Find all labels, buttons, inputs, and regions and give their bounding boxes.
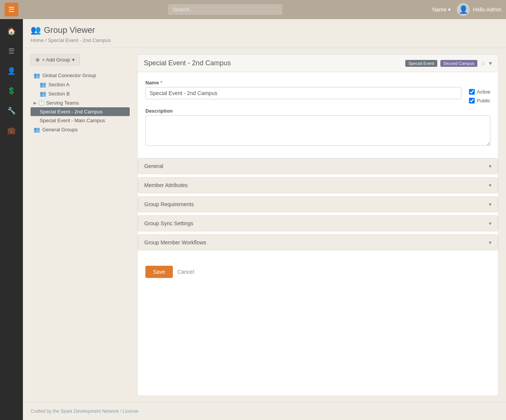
group-icon: 👥 <box>34 72 40 78</box>
group-viewer-icon: 👥 <box>31 25 41 35</box>
sidebar-nav: ⊕ + Add Group ▾ 👥 Global Connector Group… <box>31 54 130 396</box>
wrench-icon[interactable]: 🔧 <box>3 102 20 119</box>
group-member-workflows-section: Group Member Workflows ▾ <box>138 234 498 250</box>
general-section: General ▾ <box>138 158 498 174</box>
hamburger-button[interactable]: ☰ <box>5 3 18 16</box>
group-member-workflows-header[interactable]: Group Member Workflows ▾ <box>138 235 498 250</box>
name-form-row: Name * Active Pub <box>145 80 490 103</box>
plus-icon: ⊕ <box>35 57 40 63</box>
spark-link[interactable]: the Spark Development Network <box>53 409 119 414</box>
side-icon-bar: 🏠 ☰ 👤 💲 🔧 💼 <box>0 19 23 420</box>
group-requirements-section: Group Requirements ▾ <box>138 196 498 212</box>
sections-wrapper: General ▾ Member Attributes ▾ Group Requ… <box>138 152 498 260</box>
second-campus-badge: Second Campus <box>440 60 477 67</box>
add-group-button[interactable]: ⊕ + Add Group ▾ <box>31 54 80 65</box>
general-chevron-icon: ▾ <box>489 163 491 169</box>
description-field-group: Description <box>145 108 490 146</box>
cancel-button[interactable]: Cancel <box>177 269 194 275</box>
active-checkbox[interactable] <box>469 89 475 95</box>
group-sync-settings-title: Group Sync Settings <box>144 220 193 226</box>
top-nav: ☰ Name ▾ 👤 Hello Admin <box>0 0 506 19</box>
description-label: Description <box>145 108 490 114</box>
dropdown-arrow-icon: ▾ <box>448 6 451 13</box>
breadcrumb-home[interactable]: Home <box>31 37 44 43</box>
public-checkbox-label[interactable]: Public <box>469 98 490 103</box>
panel-header-right: Special Event Second Campus ☆ ▾ <box>405 60 492 67</box>
footer: Crafted by the Spark Development Network… <box>23 402 506 420</box>
group-member-workflows-chevron-icon: ▾ <box>489 239 491 246</box>
nav-tree: 👥 Global Connector Group 👥 Section A 👥 S… <box>31 71 130 134</box>
nav-item-special-event-main[interactable]: Special Event - Main Campus <box>31 116 130 125</box>
panel-title: Special Event - 2nd Campus <box>144 59 231 67</box>
description-textarea[interactable] <box>145 115 490 146</box>
member-attributes-title: Member Attributes <box>144 182 188 188</box>
breadcrumb: Home / Special Event - 2nd Campus <box>31 37 498 43</box>
member-attributes-header[interactable]: Member Attributes ▾ <box>138 178 498 193</box>
search-input[interactable] <box>168 4 282 15</box>
nav-item-special-event-2nd[interactable]: Special Event - 2nd Campus <box>31 107 130 116</box>
special-event-badge: Special Event <box>405 60 437 67</box>
nav-item-section-b[interactable]: 👥 Section B <box>31 89 130 98</box>
content-area: 👥 Group Viewer Home / Special Event - 2n… <box>23 19 506 420</box>
general-section-title: General <box>144 163 163 169</box>
avatar: 👤 <box>457 3 470 16</box>
home-icon[interactable]: 🏠 <box>3 23 20 40</box>
briefcase-icon[interactable]: 💼 <box>3 122 20 139</box>
group-icon: 👥 <box>40 90 46 97</box>
name-label: Name * <box>145 80 461 86</box>
name-dropdown[interactable]: Name ▾ <box>432 6 451 13</box>
group-requirements-chevron-icon: ▾ <box>489 201 491 207</box>
panel-collapse-button[interactable]: ▾ <box>489 60 492 67</box>
group-icon: 👥 <box>34 126 40 132</box>
clock-icon: 🕐 <box>38 100 45 106</box>
action-row: Save Cancel <box>138 260 498 284</box>
breadcrumb-current: Special Event - 2nd Campus <box>48 37 111 43</box>
admin-label: Hello Admin <box>473 6 501 13</box>
group-icon: 👥 <box>40 81 46 87</box>
group-sync-settings-header[interactable]: Group Sync Settings ▾ <box>138 216 498 231</box>
name-input[interactable] <box>145 87 461 99</box>
favorite-button[interactable]: ☆ <box>480 60 486 67</box>
dollar-icon[interactable]: 💲 <box>3 82 20 99</box>
expand-arrow-icon: ▶ <box>34 101 37 105</box>
nav-item-global-connector[interactable]: 👥 Global Connector Group <box>31 71 130 80</box>
page-header: 👥 Group Viewer Home / Special Event - 2n… <box>23 19 506 48</box>
active-checkbox-label[interactable]: Active <box>469 89 490 95</box>
person-icon[interactable]: 👤 <box>3 63 20 79</box>
member-attributes-section: Member Attributes ▾ <box>138 177 498 193</box>
checkbox-group: Active Public <box>469 80 490 103</box>
nav-item-serving-teams[interactable]: ▶ 🕐 Serving Teams <box>31 98 130 107</box>
nav-item-section-a[interactable]: 👥 Section A <box>31 80 130 89</box>
panel-body: Name * Active Pub <box>138 72 498 146</box>
name-field-group: Name * <box>145 80 461 99</box>
save-button[interactable]: Save <box>145 266 173 278</box>
public-checkbox[interactable] <box>469 98 475 103</box>
group-sync-settings-section: Group Sync Settings ▾ <box>138 215 498 231</box>
admin-menu[interactable]: 👤 Hello Admin <box>457 3 501 16</box>
license-link[interactable]: License <box>122 409 138 414</box>
group-member-workflows-title: Group Member Workflows <box>144 239 206 246</box>
add-group-dropdown-icon: ▾ <box>72 57 75 63</box>
panel-header: Special Event - 2nd Campus Special Event… <box>138 55 498 72</box>
main-panel: Special Event - 2nd Campus Special Event… <box>137 54 498 396</box>
page-title: 👥 Group Viewer <box>31 25 95 35</box>
group-requirements-header[interactable]: Group Requirements ▾ <box>138 197 498 212</box>
group-requirements-title: Group Requirements <box>144 201 194 207</box>
member-attributes-chevron-icon: ▾ <box>489 182 491 188</box>
nav-item-general-groups[interactable]: 👥 General Groups <box>31 125 130 134</box>
list-icon[interactable]: ☰ <box>3 43 20 60</box>
general-section-header[interactable]: General ▾ <box>138 158 498 174</box>
group-sync-chevron-icon: ▾ <box>489 220 491 226</box>
